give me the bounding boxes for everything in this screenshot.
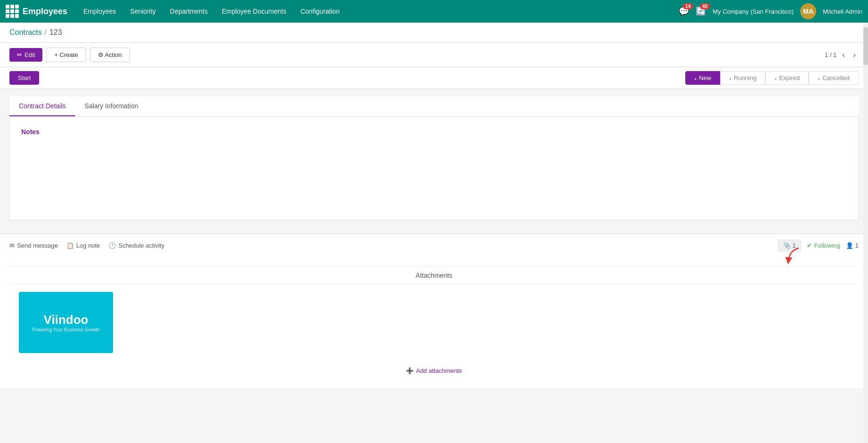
avatar[interactable]: MA [800,3,816,19]
checkmark-icon: ✔ [807,242,812,249]
followers-button[interactable]: 👤 1 [846,242,859,249]
breadcrumb-parent[interactable]: Contracts [9,28,41,37]
status-bar: Start New Running Expired Cancelled [0,67,868,89]
chatter-right: 📎 1 ✔ Following 👤 1 [778,240,859,251]
scrollbar-thumb[interactable] [863,27,868,65]
breadcrumb-current: 123 [49,28,62,37]
updates-icon[interactable]: 🔄 40 [696,6,706,16]
username: Mitchell Admin [823,8,862,15]
log-note-icon: 📋 [66,242,74,249]
updates-badge: 40 [700,3,710,9]
tabs: Contract Details Salary Information [9,97,859,117]
brand-name: Viindoo [32,313,100,327]
schedule-activity-icon: 🕐 [108,242,116,249]
scrollbar[interactable] [863,23,868,388]
status-steps: New Running Expired Cancelled [685,71,859,85]
attachments-section: Attachments Viindoo Powering Your Busine… [0,257,868,388]
notes-label: Notes [21,128,847,136]
action-button[interactable]: ⚙ Action [90,48,130,62]
add-attachments-container: ➕ Add attachments [9,362,859,379]
paperclip-icon: 📎 [783,242,791,249]
status-step-new[interactable]: New [685,71,720,85]
attachments-title: Attachments [9,266,859,284]
attachment-list: Viindoo Powering Your Business Growth [9,292,859,353]
attachments-badge-button[interactable]: 📎 1 [778,240,801,251]
top-right-controls: 💬 14 🔄 40 My Company (San Francisco) MA … [679,3,862,19]
following-button[interactable]: ✔ Following [807,242,840,249]
chatter-actions: ✉ Send message 📋 Log note 🕐 Schedule act… [9,242,164,249]
brand-tagline: Powering Your Business Growth [32,327,100,332]
send-message-button[interactable]: ✉ Send message [9,242,58,249]
edit-icon: ✏ [17,51,22,58]
status-step-running[interactable]: Running [720,71,765,85]
main-content: Contract Details Salary Information Note… [0,89,868,228]
menu-seniority[interactable]: Seniority [123,5,162,18]
tab-contract-details[interactable]: Contract Details [9,97,75,116]
attachments-count: 1 [793,242,796,249]
app-title: Employees [23,7,67,16]
notes-content[interactable] [21,139,847,196]
app-logo[interactable]: Employees [6,5,67,18]
prev-page-button[interactable]: ‹ [839,50,847,60]
top-menu: Employees Seniority Departments Employee… [77,5,679,18]
action-label: ⚙ Action [98,51,122,58]
schedule-activity-button[interactable]: 🕐 Schedule activity [108,242,164,249]
breadcrumb-separator: / [44,28,46,37]
menu-employees[interactable]: Employees [77,5,122,18]
company-name: My Company (San Francisco) [713,8,794,15]
tab-salary-information[interactable]: Salary Information [75,97,148,116]
chatter-bar: ✉ Send message 📋 Log note 🕐 Schedule act… [0,234,868,257]
attachment-content: Viindoo Powering Your Business Growth [32,313,100,332]
add-attachments-button[interactable]: ➕ Add attachments [406,367,462,374]
menu-employee-documents[interactable]: Employee Documents [215,5,293,18]
followers-icon: 👤 [846,242,853,249]
status-step-cancelled[interactable]: Cancelled [809,71,859,85]
status-step-expired[interactable]: Expired [765,71,809,85]
top-navigation: Employees Employees Seniority Department… [0,0,868,23]
log-note-button[interactable]: 📋 Log note [66,242,100,249]
create-button[interactable]: + Create [46,48,86,62]
edit-button[interactable]: ✏ Edit [9,48,42,62]
grid-icon [6,5,19,18]
create-label: + Create [54,51,78,58]
send-message-icon: ✉ [9,242,15,249]
attachment-item[interactable]: Viindoo Powering Your Business Growth [19,292,113,353]
breadcrumb: Contracts / 123 [0,23,868,43]
pagination: 1 / 1 ‹ › [825,50,859,60]
start-button[interactable]: Start [9,71,39,85]
tab-content: Notes [9,117,859,220]
messages-badge: 14 [683,3,693,9]
plus-icon: ➕ [406,367,414,374]
toolbar: ✏ Edit + Create ⚙ Action 1 / 1 ‹ › [0,43,868,67]
pagination-text: 1 / 1 [825,51,836,58]
next-page-button[interactable]: › [851,50,859,60]
followers-count: 1 [855,242,859,249]
menu-departments[interactable]: Departments [163,5,214,18]
messages-icon[interactable]: 💬 14 [679,6,689,16]
menu-configuration[interactable]: Configuration [294,5,346,18]
